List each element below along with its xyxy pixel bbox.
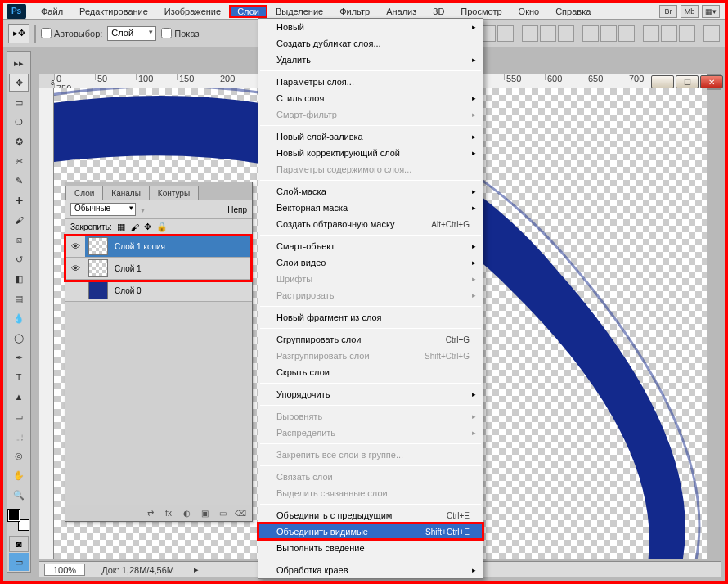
maximize-button[interactable]: ☐ bbox=[676, 75, 699, 88]
menu-слои[interactable]: Слои bbox=[229, 5, 267, 18]
crop-tool[interactable]: ✂ bbox=[9, 152, 29, 170]
layer-name[interactable]: Слой 0 bbox=[111, 286, 142, 295]
menu-выделение[interactable]: Выделение bbox=[267, 5, 331, 18]
lock-all-icon[interactable]: 🔒 bbox=[156, 222, 168, 232]
blend-mode-select[interactable]: Обычные bbox=[70, 203, 136, 216]
menu-item[interactable]: Выполнить сведение bbox=[258, 540, 483, 556]
zoom-level[interactable]: 100% bbox=[44, 564, 85, 576]
menu-item[interactable]: Скрыть слои bbox=[258, 364, 483, 380]
visibility-toggle-icon[interactable]: 👁 bbox=[65, 236, 85, 257]
zoom-tool[interactable]: 🔍 bbox=[9, 486, 29, 504]
distribute-icon[interactable] bbox=[703, 25, 720, 42]
panel-footer-icon[interactable]: ⌫ bbox=[234, 508, 247, 519]
visibility-toggle-icon[interactable]: 👁 bbox=[65, 263, 85, 273]
layer-row[interactable]: 👁Слой 1 копия bbox=[65, 236, 252, 258]
panel-footer-icon[interactable]: ▣ bbox=[198, 508, 211, 519]
menu-item[interactable]: Объединить с предыдущимCtrl+E bbox=[258, 507, 483, 523]
distribute-icon[interactable] bbox=[600, 25, 617, 42]
menu-item[interactable]: Стиль слоя▸ bbox=[258, 90, 483, 106]
lock-paint-icon[interactable]: 🖌 bbox=[130, 222, 139, 232]
panel-tab-Слои[interactable]: Слои bbox=[65, 186, 103, 200]
quick-mask-toggle[interactable]: ◙ bbox=[9, 536, 29, 552]
menu-item[interactable]: Новый▸ bbox=[258, 19, 483, 35]
align-icon[interactable] bbox=[497, 25, 514, 42]
menu-просмотр[interactable]: Просмотр bbox=[452, 5, 510, 18]
distribute-icon[interactable] bbox=[679, 25, 695, 42]
menu-item[interactable]: Слой-маска▸ bbox=[258, 183, 483, 200]
panel-footer-icon[interactable]: fx bbox=[162, 508, 175, 519]
panel-tab-Каналы[interactable]: Каналы bbox=[102, 186, 150, 200]
lasso-tool[interactable]: ❍ bbox=[9, 113, 29, 131]
menu-3d[interactable]: 3D bbox=[425, 5, 452, 18]
menu-справка[interactable]: Справка bbox=[547, 5, 599, 18]
menu-item[interactable]: Объединить видимыеShift+Ctrl+E bbox=[258, 523, 483, 540]
layer-row[interactable]: Слой 0 bbox=[65, 280, 252, 302]
path-select-tool[interactable]: ▲ bbox=[9, 388, 29, 406]
menubar-launcher[interactable]: Br bbox=[659, 5, 677, 18]
dodge-tool[interactable]: ◯ bbox=[9, 329, 29, 347]
eyedropper-tool[interactable]: ✎ bbox=[9, 172, 29, 190]
menu-item[interactable]: Удалить▸ bbox=[258, 52, 483, 68]
type-tool[interactable]: T bbox=[9, 368, 29, 386]
menu-item[interactable]: Параметры слоя... bbox=[258, 74, 483, 90]
menu-файл[interactable]: Файл bbox=[33, 5, 71, 18]
autoselect-target-select[interactable]: Слой bbox=[107, 26, 156, 41]
menu-item[interactable]: Смарт-объект▸ bbox=[258, 238, 483, 254]
screen-mode-toggle[interactable]: ▭ bbox=[9, 553, 29, 571]
align-icon[interactable] bbox=[522, 25, 538, 42]
menu-item[interactable]: Обработка краев▸ bbox=[258, 562, 483, 578]
close-button[interactable]: ✕ bbox=[700, 75, 723, 88]
panel-footer-icon[interactable]: ⇄ bbox=[144, 508, 157, 519]
background-color-swatch[interactable] bbox=[18, 519, 29, 531]
menu-item[interactable]: Новый корректирующий слой▸ bbox=[258, 145, 483, 161]
minimize-button[interactable]: — bbox=[651, 75, 674, 88]
statusbar-arrow-icon[interactable]: ▸ bbox=[194, 564, 199, 575]
distribute-icon[interactable] bbox=[661, 25, 677, 42]
layer-thumbnail[interactable] bbox=[88, 281, 108, 299]
layer-name[interactable]: Слой 1 копия bbox=[111, 242, 165, 251]
menubar-launcher[interactable]: ▦▾ bbox=[702, 5, 720, 18]
panel-tab-Контуры[interactable]: Контуры bbox=[149, 186, 199, 200]
quick-select-tool[interactable]: ✪ bbox=[9, 133, 29, 150]
menu-редактирование[interactable]: Редактирование bbox=[71, 5, 156, 18]
history-brush-tool[interactable]: ↺ bbox=[9, 250, 29, 268]
distribute-icon[interactable] bbox=[582, 25, 599, 42]
move-tool[interactable]: ✥ bbox=[9, 74, 29, 92]
show-controls-checkbox[interactable]: Показ bbox=[161, 28, 199, 38]
menu-item[interactable]: Векторная маска▸ bbox=[258, 200, 483, 216]
autoselect-checkbox[interactable]: Автовыбор: bbox=[41, 28, 102, 38]
menu-item[interactable]: Слои видео▸ bbox=[258, 254, 483, 271]
layer-thumbnail[interactable] bbox=[88, 259, 108, 277]
panel-footer-icon[interactable]: ◐ bbox=[180, 508, 193, 519]
menu-item[interactable]: Создать обтравочную маскуAlt+Ctrl+G bbox=[258, 216, 483, 232]
menu-окно[interactable]: Окно bbox=[510, 5, 548, 18]
gradient-tool[interactable]: ▤ bbox=[9, 290, 29, 308]
brush-tool[interactable]: 🖌 bbox=[9, 211, 29, 229]
3d-camera-tool[interactable]: ◎ bbox=[9, 447, 29, 465]
menu-item[interactable]: Создать дубликат слоя... bbox=[258, 35, 483, 52]
lock-position-icon[interactable]: ✥ bbox=[144, 222, 151, 232]
menu-фильтр[interactable]: Фильтр bbox=[331, 5, 378, 18]
menu-анализ[interactable]: Анализ bbox=[378, 5, 425, 18]
menu-изображение[interactable]: Изображение bbox=[156, 5, 229, 18]
panel-footer-icon[interactable]: ▭ bbox=[216, 508, 229, 519]
menu-item[interactable]: Упорядочить▸ bbox=[258, 386, 483, 402]
distribute-icon[interactable] bbox=[643, 25, 659, 42]
menu-item[interactable]: Сгруппировать слоиCtrl+G bbox=[258, 331, 483, 348]
layer-name[interactable]: Слой 1 bbox=[111, 264, 142, 273]
3d-tool[interactable]: ⬚ bbox=[9, 427, 29, 445]
foreground-color-swatch[interactable] bbox=[8, 510, 20, 521]
marquee-tool[interactable]: ▭ bbox=[9, 93, 29, 111]
stamp-tool[interactable]: ⧇ bbox=[9, 231, 29, 249]
align-icon[interactable] bbox=[540, 25, 556, 42]
move-tool-icon[interactable]: ▸✥ bbox=[8, 24, 29, 43]
expand-toolbox-icon[interactable]: ▸▸ bbox=[9, 54, 29, 72]
eraser-tool[interactable]: ◧ bbox=[9, 270, 29, 288]
hand-tool[interactable]: ✋ bbox=[9, 466, 29, 484]
menu-item[interactable]: Новый фрагмент из слоя bbox=[258, 309, 483, 326]
layer-row[interactable]: 👁Слой 1 bbox=[65, 258, 252, 280]
color-swatches[interactable] bbox=[8, 510, 29, 531]
distribute-icon[interactable] bbox=[618, 25, 635, 42]
healing-brush-tool[interactable]: ✚ bbox=[9, 191, 29, 209]
pen-tool[interactable]: ✒ bbox=[9, 348, 29, 366]
